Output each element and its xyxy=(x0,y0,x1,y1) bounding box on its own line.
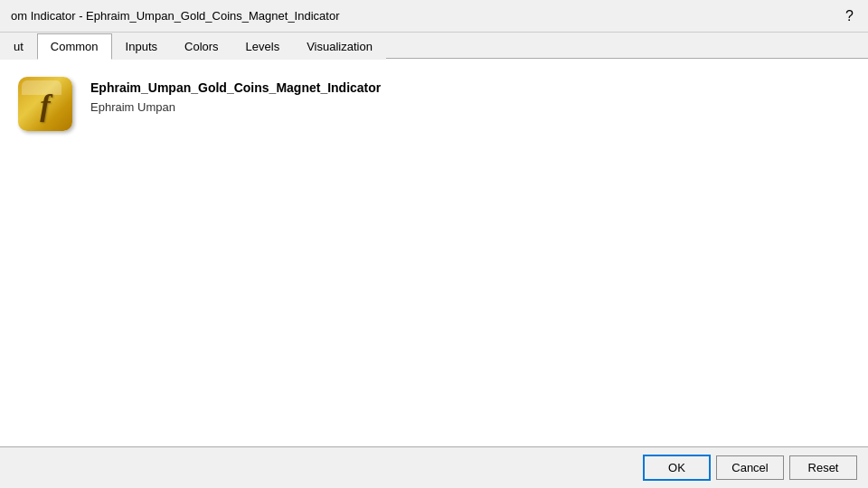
reset-button[interactable]: Reset xyxy=(789,455,857,480)
tab-colors[interactable]: Colors xyxy=(171,33,232,60)
tab-inputs[interactable]: Inputs xyxy=(112,33,171,60)
help-button[interactable]: ? xyxy=(842,8,857,24)
indicator-text-block: Ephraim_Umpan_Gold_Coins_Magnet_Indicato… xyxy=(90,77,381,114)
indicator-icon-letter: f xyxy=(40,89,50,123)
indicator-info: f Ephraim_Umpan_Gold_Coins_Magnet_Indica… xyxy=(18,77,850,131)
bottom-bar: OK Cancel Reset xyxy=(0,446,868,488)
title-bar-text: om Indicator - Ephraim_Umpan_Gold_Coins_… xyxy=(11,9,339,23)
indicator-name: Ephraim_Umpan_Gold_Coins_Magnet_Indicato… xyxy=(90,80,381,95)
title-bar: om Indicator - Ephraim_Umpan_Gold_Coins_… xyxy=(0,0,868,33)
indicator-author: Ephraim Umpan xyxy=(90,100,381,114)
cancel-button[interactable]: Cancel xyxy=(716,455,784,480)
tab-common[interactable]: Common xyxy=(37,33,112,60)
tab-levels[interactable]: Levels xyxy=(232,33,294,60)
tab-bar: ut Common Inputs Colors Levels Visualiza… xyxy=(0,33,868,59)
tab-visualization[interactable]: Visualization xyxy=(293,33,386,60)
tab-about[interactable]: ut xyxy=(0,33,37,60)
ok-button[interactable]: OK xyxy=(643,455,711,481)
dialog-window: om Indicator - Ephraim_Umpan_Gold_Coins_… xyxy=(0,0,868,488)
content-area: f Ephraim_Umpan_Gold_Coins_Magnet_Indica… xyxy=(0,59,868,446)
indicator-icon: f xyxy=(18,77,72,131)
